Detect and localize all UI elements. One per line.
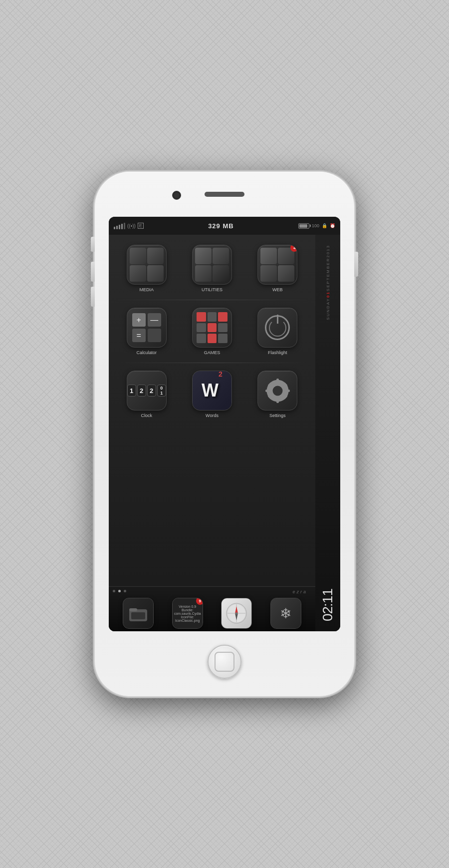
date-display: SUNDAY01SEPTEMBER2013: [326, 245, 330, 320]
app-img-games: [192, 308, 232, 348]
lock-icon: 🔒: [322, 223, 327, 228]
game-dot: [197, 334, 206, 343]
clock-digit-3: 2: [147, 385, 156, 397]
app-img-calculator: + — =: [127, 308, 167, 348]
page-dots: [113, 590, 126, 592]
app-icon-web[interactable]: 4 WEB: [255, 245, 300, 292]
signal-bar-3: [119, 225, 120, 229]
screen-bezel: ((•)) E 329 MB 100 🔒 ⏰ SUNDAY01SEPTEMBER…: [109, 217, 340, 631]
page-dot-1: [113, 590, 115, 592]
svg-rect-5: [285, 390, 290, 392]
home-button[interactable]: [208, 645, 241, 679]
folder-cell: [260, 265, 277, 282]
dock-app-winterboard[interactable]: ❄: [270, 598, 301, 629]
folder-cell: [147, 248, 164, 264]
status-left: ((•)) E: [114, 223, 144, 229]
battery-percent: 100: [312, 223, 319, 228]
folder-cell: [213, 248, 229, 264]
game-dot: [218, 312, 227, 322]
wifi-icon: ((•)): [127, 223, 136, 229]
app-label-calculator: Calculator: [136, 350, 157, 355]
game-dot: [197, 323, 206, 333]
safari-graphic: [222, 598, 251, 628]
app-icon-flashlight[interactable]: Flashlight: [255, 308, 300, 355]
app-img-media: [127, 245, 167, 285]
status-memory: 329 MB: [208, 222, 234, 230]
app-label-clock: Clock: [141, 413, 152, 418]
app-img-settings: [257, 371, 297, 411]
dock-icons: 9 Version 0.9 Bundle: com.saurik.Cydia I…: [109, 595, 315, 631]
month-name: SEPTEMBER: [326, 258, 330, 291]
calc-btn-plus: +: [132, 313, 146, 327]
app-img-words: W 2: [192, 371, 232, 411]
folder-grid-media: [127, 245, 166, 284]
app-icon-clock[interactable]: 1 2 2 01 Clock: [124, 371, 169, 418]
volume-down-button[interactable]: [91, 287, 95, 307]
app-label-settings: Settings: [269, 413, 286, 418]
page-dot-2: [118, 590, 121, 592]
words-text-group: W 2: [202, 380, 223, 401]
app-label-games: GAMES: [204, 350, 221, 355]
svg-point-1: [272, 386, 282, 396]
game-dot: [218, 334, 227, 343]
dock-app-files[interactable]: [123, 598, 154, 629]
signal-bar-5: [124, 223, 125, 229]
game-dot: [208, 334, 217, 343]
signal-bar-1: [114, 227, 115, 229]
web-badge: 4: [290, 245, 297, 252]
folder-cell: [260, 248, 277, 264]
files-graphic: [123, 598, 153, 628]
dock-label: ezra: [288, 588, 311, 594]
app-icon-calculator[interactable]: + — = Calculator: [124, 308, 169, 355]
cydia-iconfile-label: IconFile:: [174, 615, 201, 619]
dock-app-safari[interactable]: [221, 598, 252, 629]
folder-cell: [278, 265, 294, 282]
mute-button[interactable]: [91, 237, 95, 252]
dock: ezra: [109, 586, 315, 631]
game-dot: [218, 323, 227, 333]
volume-up-button[interactable]: [91, 262, 95, 282]
cydia-badge: 9: [196, 598, 203, 605]
battery-fill: [299, 224, 307, 228]
folder-grid-utilities: [193, 245, 231, 284]
flashlight-graphic: [258, 308, 297, 347]
front-camera: [172, 191, 181, 200]
clock-graphic: 1 2 2 01: [127, 371, 166, 410]
status-right: 100 🔒 ⏰: [298, 223, 335, 229]
cydia-version: Version 0.9: [174, 605, 201, 608]
day-name: SUNDAY: [326, 298, 330, 320]
words-superscript: 2: [219, 371, 223, 378]
folder-cell: [195, 248, 212, 264]
app-label-words: Words: [206, 413, 219, 418]
time-display: 02:11: [320, 589, 336, 621]
calc-btn-dash: —: [148, 313, 161, 327]
app-icon-utilities[interactable]: UTILITIES: [190, 245, 234, 292]
gear-svg: [264, 377, 291, 405]
grid-divider-2: [116, 363, 308, 363]
signal-bar-4: [121, 224, 123, 229]
app-row-2: + — = Calculator: [116, 308, 308, 355]
day-number: 01: [326, 291, 330, 298]
svg-point-19: [235, 612, 237, 614]
folder-svg: [128, 603, 148, 623]
dock-img-safari: [221, 598, 252, 629]
folder-cell: [195, 265, 212, 282]
dock-app-cydia[interactable]: 9 Version 0.9 Bundle: com.saurik.Cydia I…: [172, 598, 203, 629]
power-button[interactable]: [354, 252, 358, 277]
home-button-inner: [215, 652, 234, 672]
folder-cell: [147, 265, 164, 282]
app-img-clock: 1 2 2 01: [127, 371, 167, 411]
app-grid: MEDIA UTILITIES: [109, 235, 315, 586]
app-icon-games[interactable]: GAMES: [190, 308, 234, 355]
dock-img-winterboard: ❄: [270, 598, 301, 629]
folder-grid-web: [258, 245, 297, 284]
power-circle: [269, 319, 286, 337]
games-grid: [193, 308, 231, 347]
cydia-iconfile: IconClassic.png: [174, 619, 201, 622]
app-icon-words[interactable]: W 2 Words: [190, 371, 234, 418]
app-icon-settings[interactable]: Settings: [255, 371, 300, 418]
settings-graphic: [258, 371, 297, 410]
app-label-media: MEDIA: [139, 287, 154, 292]
game-dot: [208, 323, 217, 333]
app-icon-media[interactable]: MEDIA: [124, 245, 169, 292]
